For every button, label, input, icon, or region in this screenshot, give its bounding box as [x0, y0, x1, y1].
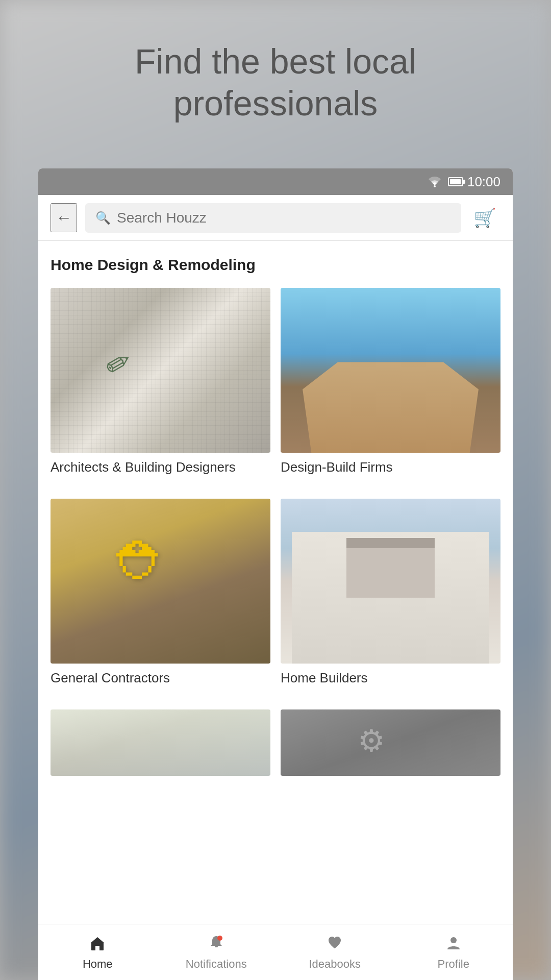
back-button[interactable]: ← [51, 203, 77, 232]
nav-item-profile[interactable]: Profile [394, 930, 513, 975]
category-partial2[interactable] [281, 709, 500, 776]
nav-item-notifications[interactable]: Notifications [157, 930, 276, 975]
home-icon [89, 934, 106, 955]
search-input[interactable] [117, 210, 451, 226]
svg-point-6 [450, 937, 457, 943]
hero-line2: professionals [173, 84, 378, 122]
category-label-homebuilders: Home Builders [281, 670, 500, 687]
phone-card: 10:00 ← 🔍 🛒 Home Design & Remodeling Arc… [38, 168, 513, 980]
nav-item-home[interactable]: Home [38, 930, 157, 975]
search-bar-container[interactable]: 🔍 [85, 203, 461, 233]
category-label-architects: Architects & Building Designers [51, 459, 270, 476]
nav-label-ideabooks: Ideabooks [309, 958, 361, 971]
category-grid-row3-partial [51, 709, 500, 776]
ideabooks-icon [326, 934, 343, 955]
battery-icon [448, 177, 463, 186]
category-architects[interactable]: Architects & Building Designers [51, 288, 270, 488]
category-img-contractors [51, 499, 270, 664]
category-img-design-build [281, 288, 500, 453]
svg-rect-3 [95, 946, 99, 950]
category-homebuilders[interactable]: Home Builders [281, 499, 500, 699]
category-img-partial2 [281, 709, 500, 776]
category-contractors[interactable]: General Contractors [51, 499, 270, 699]
svg-point-5 [217, 936, 222, 941]
svg-marker-2 [90, 937, 105, 943]
nav-label-notifications: Notifications [186, 958, 247, 971]
svg-point-0 [434, 185, 436, 187]
nav-item-ideabooks[interactable]: Ideabooks [276, 930, 394, 975]
app-bar: ← 🔍 🛒 [38, 195, 513, 241]
category-partial1[interactable] [51, 709, 270, 776]
battery-container: 10:00 [448, 174, 500, 190]
bottom-navigation: Home Notifications Ideabooks [38, 924, 513, 980]
status-bar: 10:00 [38, 168, 513, 195]
category-grid-row2: General Contractors Home Builders [51, 499, 500, 699]
hero-section: Find the best local professionals [0, 41, 551, 124]
nav-label-profile: Profile [438, 958, 469, 971]
wifi-icon [428, 176, 442, 187]
svg-rect-4 [215, 946, 218, 947]
category-label-contractors: General Contractors [51, 670, 270, 687]
profile-icon [445, 934, 462, 955]
category-design-build[interactable]: Design-Build Firms [281, 288, 500, 488]
category-label-design-build: Design-Build Firms [281, 459, 500, 476]
category-img-architects [51, 288, 270, 453]
nav-label-home: Home [83, 958, 113, 971]
category-img-homebuilders [281, 499, 500, 664]
category-grid-row1: Architects & Building Designers Design-B… [51, 288, 500, 488]
content-area: Home Design & Remodeling Architects & Bu… [38, 241, 513, 924]
hero-line1: Find the best local [135, 42, 416, 81]
cart-icon[interactable]: 🛒 [469, 203, 500, 233]
section-title: Home Design & Remodeling [51, 256, 500, 274]
notifications-icon [208, 934, 225, 955]
search-icon: 🔍 [95, 211, 111, 225]
category-img-partial1 [51, 709, 270, 776]
time-display: 10:00 [467, 174, 500, 190]
